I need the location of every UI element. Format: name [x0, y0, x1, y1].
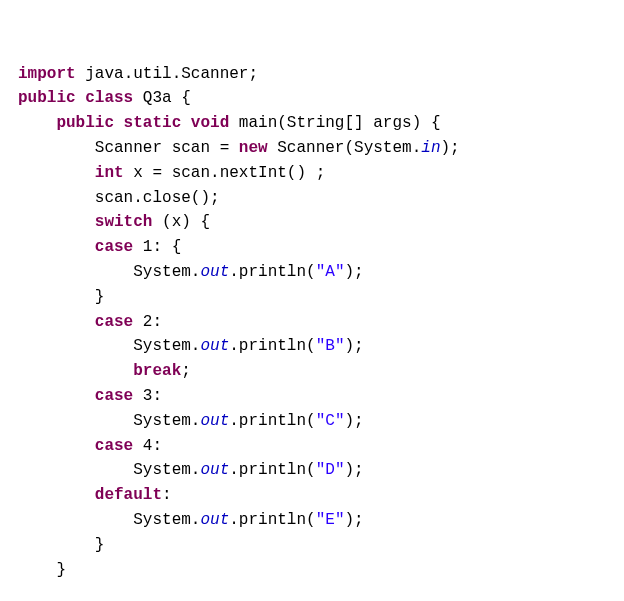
token-plain: :: [162, 486, 172, 504]
token-kw: case: [95, 238, 143, 256]
token-plain: Q3a {: [143, 89, 191, 107]
token-plain: [18, 486, 95, 504]
token-field: out: [200, 511, 229, 529]
token-plain: );: [344, 412, 363, 430]
token-plain: [18, 437, 95, 455]
token-plain: main(String[] args) {: [239, 114, 441, 132]
token-plain: Scanner scan =: [18, 139, 239, 157]
token-plain: [18, 313, 95, 331]
token-plain: .println(: [229, 412, 315, 430]
token-plain: x = scan.nextInt() ;: [133, 164, 325, 182]
token-plain: Scanner(System.: [277, 139, 421, 157]
token-plain: }: [18, 536, 104, 554]
token-field: out: [200, 337, 229, 355]
token-kw: case: [95, 387, 143, 405]
token-plain: );: [344, 511, 363, 529]
token-plain: [18, 164, 95, 182]
token-plain: 3:: [143, 387, 162, 405]
token-plain: scan.close();: [18, 189, 220, 207]
token-plain: (x) {: [162, 213, 210, 231]
token-plain: .println(: [229, 511, 315, 529]
token-plain: }: [18, 561, 66, 579]
token-plain: 2:: [143, 313, 162, 331]
token-kw: break: [133, 362, 181, 380]
token-plain: System.: [18, 461, 200, 479]
token-kw: case: [95, 313, 143, 331]
token-plain: );: [440, 139, 459, 157]
token-kw: import: [18, 65, 85, 83]
token-field: out: [200, 263, 229, 281]
token-field: out: [200, 461, 229, 479]
token-kw: switch: [95, 213, 162, 231]
token-kw: public static void: [56, 114, 238, 132]
token-plain: System.: [18, 412, 200, 430]
token-str: "C": [316, 412, 345, 430]
token-field: out: [200, 412, 229, 430]
code-snippet: { "code": { "tokens": [ {"t":"import ","…: [0, 0, 624, 601]
token-kw: public class: [18, 89, 143, 107]
token-plain: );: [344, 461, 363, 479]
token-plain: .println(: [229, 337, 315, 355]
token-plain: [18, 114, 56, 132]
java-source: import java.util.Scanner; public class Q…: [18, 65, 460, 601]
token-plain: [18, 387, 95, 405]
token-str: "B": [316, 337, 345, 355]
token-plain: [18, 362, 133, 380]
token-str: "D": [316, 461, 345, 479]
token-field: in: [421, 139, 440, 157]
token-plain: .println(: [229, 263, 315, 281]
token-plain: 1: {: [143, 238, 181, 256]
token-str: "E": [316, 511, 345, 529]
token-plain: }: [18, 288, 104, 306]
token-kw: case: [95, 437, 143, 455]
token-plain: System.: [18, 511, 200, 529]
token-plain: [18, 238, 95, 256]
token-plain: ;: [181, 362, 191, 380]
token-kw: default: [95, 486, 162, 504]
token-plain: 4:: [143, 437, 162, 455]
token-plain: System.: [18, 337, 200, 355]
token-plain: );: [344, 337, 363, 355]
token-plain: [18, 213, 95, 231]
token-plain: System.: [18, 263, 200, 281]
token-str: "A": [316, 263, 345, 281]
token-kw: int: [95, 164, 133, 182]
token-kw: new: [239, 139, 277, 157]
token-plain: .println(: [229, 461, 315, 479]
token-plain: );: [344, 263, 363, 281]
token-plain: java.util.Scanner;: [85, 65, 258, 83]
